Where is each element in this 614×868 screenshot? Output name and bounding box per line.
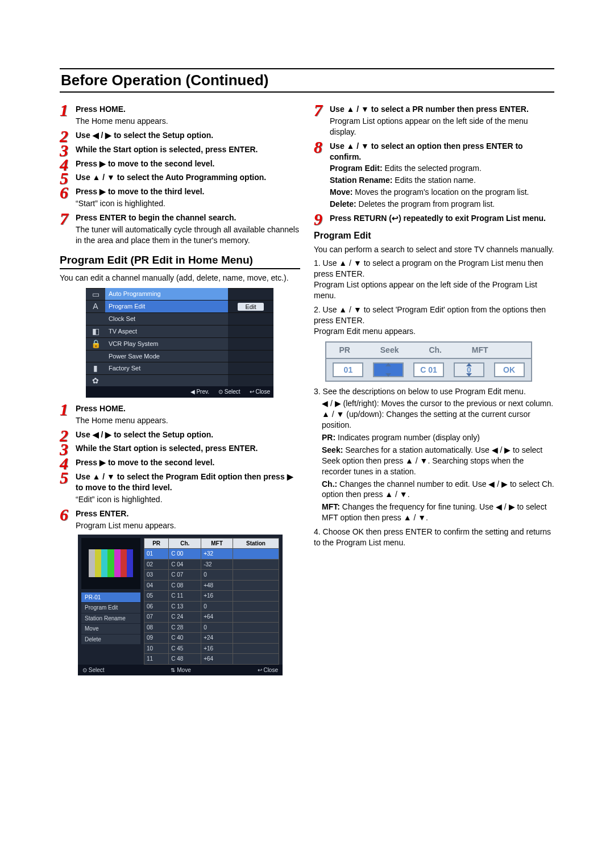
disc-icon: ◧: [92, 326, 99, 337]
cell-seek: [373, 362, 404, 378]
step-title: Press ▶ to move to the second level.: [76, 159, 214, 168]
step-title: Use ◀ / ▶ to select the Setup option.: [76, 430, 213, 439]
step-title: While the Start option is selected, pres…: [76, 444, 258, 453]
footer-close: ↩ Close: [250, 388, 270, 396]
bullet: ◀ / ▶ (left/right): Moves the cursor to …: [314, 398, 554, 409]
side-item: Delete: [81, 635, 140, 645]
footer-select: ⊙ Select: [218, 388, 240, 396]
setup-menu-screenshot: ▭ Auto Programming A Program Edit Edit C…: [86, 288, 273, 397]
definition: Station Rename: Edits the station name.: [330, 175, 554, 186]
cell-ch: C 01: [413, 362, 444, 378]
cell-ok: OK: [494, 362, 525, 378]
definition: Program Edit: Edits the selected program…: [330, 163, 554, 174]
step-number: 5: [60, 469, 68, 486]
step-body: Program List options appear on the left …: [330, 116, 554, 137]
list-item: 3. See the descriptions on below to use …: [314, 386, 554, 397]
definition: Move: Moves the program's location on th…: [330, 187, 554, 198]
col-seek: Seek: [380, 345, 399, 356]
program-table: PRCh.MFTStation01C 00+3202C 04-3203C 070…: [144, 538, 279, 665]
footer-move: ⇅ Move: [171, 666, 190, 674]
step-title: Press ENTER to begin the channel search.: [76, 213, 236, 222]
side-head: PR-01: [81, 592, 140, 603]
side-item: Station Rename: [81, 614, 140, 624]
subheading-program-edit: Program Edit: [314, 229, 554, 242]
menu-head: Auto Programming: [105, 288, 228, 300]
menu-item: TV Aspect: [105, 325, 228, 337]
footer-prev: ◀ Prev.: [190, 388, 209, 396]
tv-icon: ▭: [92, 289, 99, 300]
step-title: Use ◀ / ▶ to select the Setup option.: [76, 131, 213, 140]
cell-mft: 0: [454, 362, 484, 378]
step-number: 7: [60, 210, 68, 227]
step-body: “Edit” icon is highlighted.: [76, 494, 300, 505]
list-item: 4. Choose OK then press ENTER to confirm…: [314, 527, 554, 548]
step-title: Use ▲ / ▼ to select a PR number then pre…: [330, 105, 529, 114]
section-pr-edit: Program Edit (PR Edit in Home Menu): [60, 253, 300, 270]
step-number: 6: [60, 506, 68, 523]
menu-item: VCR Play System: [105, 337, 228, 350]
step-title: Press ENTER.: [76, 509, 128, 518]
step-body: The Home menu appears.: [76, 116, 300, 127]
step-number: 8: [314, 139, 322, 156]
footer-select: ⊙ Select: [82, 666, 105, 674]
right-column: 7Use ▲ / ▼ to select a PR number then pr…: [314, 101, 554, 681]
definition: MFT: Changes the frequency for fine tuni…: [322, 502, 554, 523]
step-number: 1: [60, 401, 68, 418]
step-title: Press RETURN (↩) repeatedly to exit Prog…: [330, 214, 546, 223]
step-number: 9: [314, 211, 322, 228]
menu-item: Power Save Mode: [105, 350, 228, 362]
edit-button: Edit: [238, 303, 264, 311]
step-title: While the Start option is selected, pres…: [76, 145, 258, 154]
bullet: ▲ / ▼ (up/down): Changes the setting at …: [314, 409, 554, 431]
list-item: 2. Use ▲ / ▼ to select 'Program Edit' op…: [314, 304, 554, 337]
left-column: 1Press HOME.The Home menu appears.2Use ◀…: [60, 101, 300, 681]
a-icon: A: [93, 301, 98, 312]
step-title: Press HOME.: [76, 404, 126, 413]
program-list-screenshot: PR-01 Program Edit Station Rename Move D…: [78, 535, 283, 676]
cell-pr: 01: [333, 362, 363, 378]
gear-icon: ✿: [92, 375, 99, 386]
col-mft: MFT: [472, 345, 488, 356]
step-body: The tuner will automatically cycle throu…: [76, 224, 300, 246]
definition: Delete: Deletes the program from program…: [330, 199, 554, 210]
page-title: Before Operation (Continued): [60, 68, 554, 93]
definition: PR: Indicates program number (display on…: [322, 432, 554, 443]
step-body: Program List menu appears.: [76, 520, 300, 531]
paragraph: You can perform a search to select and s…: [314, 244, 554, 255]
list-item: 1. Use ▲ / ▼ to select a program on the …: [314, 258, 554, 301]
step-body: The Home menu appears.: [76, 415, 300, 426]
intro-text: You can edit a channel manually (add, de…: [60, 273, 300, 283]
step-number: 1: [60, 102, 68, 119]
menu-item: Factory Set: [105, 362, 228, 374]
footer-close: ↩ Close: [258, 666, 278, 674]
step-number: 6: [60, 184, 68, 201]
step-title: Use ▲ / ▼ to select an option then press…: [330, 141, 523, 161]
step-body: “Start” icon is highlighted.: [76, 198, 300, 209]
col-pr: PR: [339, 345, 350, 356]
flag-icon: ▮: [93, 363, 98, 374]
col-ch: Ch.: [429, 345, 442, 356]
definition: Ch.: Changes the channel number to edit.…: [322, 479, 554, 500]
step-number: 7: [314, 102, 322, 119]
definition: Seek: Searches for a station automatical…: [322, 445, 554, 477]
program-edit-bar: PR Seek Ch. MFT 01 C 01 0 OK: [325, 341, 532, 382]
step-title: Press ▶ to move to the third level.: [76, 187, 205, 196]
menu-item: Program Edit: [105, 300, 228, 312]
step-title: Use ▲ / ▼ to select the Auto Programming…: [76, 173, 266, 182]
lock-icon: 🔒: [91, 339, 101, 349]
step-title: Press ▶ to move to the second level.: [76, 458, 214, 467]
menu-item: Clock Set: [105, 312, 228, 325]
step-title: Use ▲ / ▼ to select the Program Edit opt…: [76, 472, 293, 492]
step-title: Press HOME.: [76, 105, 126, 114]
side-item: Program Edit: [81, 603, 140, 613]
side-item: Move: [81, 624, 140, 634]
